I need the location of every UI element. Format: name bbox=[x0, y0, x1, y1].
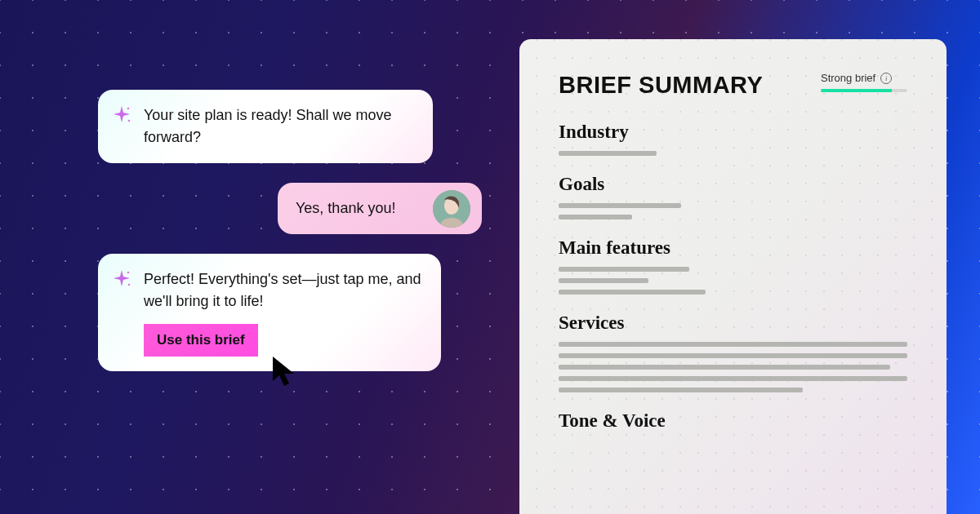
placeholder-line bbox=[559, 278, 648, 283]
svg-point-1 bbox=[128, 120, 131, 122]
ai-message-bubble: Your site plan is ready! Shall we move f… bbox=[98, 90, 433, 163]
panel-title: BRIEF SUMMARY bbox=[559, 72, 763, 99]
chat-thread: Your site plan is ready! Shall we move f… bbox=[98, 90, 482, 391]
ai-message-bubble: Perfect! Everything's set—just tap me, a… bbox=[98, 254, 441, 371]
placeholder-line bbox=[559, 388, 803, 392]
user-avatar bbox=[433, 190, 470, 228]
section-heading: Industry bbox=[559, 122, 907, 143]
brief-summary-panel: BRIEF SUMMARY Strong brief i Industry Go… bbox=[519, 39, 947, 514]
placeholder-line bbox=[559, 203, 681, 208]
sparkle-icon bbox=[111, 104, 132, 132]
section-industry: Industry bbox=[559, 122, 907, 156]
strength-bar bbox=[821, 89, 907, 92]
cursor-icon bbox=[270, 355, 301, 391]
user-message-bubble: Yes, thank you! bbox=[278, 183, 482, 234]
section-goals: Goals bbox=[559, 174, 907, 219]
strength-label: Strong brief bbox=[821, 72, 875, 84]
ai-message-text: Perfect! Everything's set—just tap me, a… bbox=[144, 271, 421, 309]
section-tone-voice: Tone & Voice bbox=[559, 410, 907, 432]
placeholder-line bbox=[559, 353, 907, 358]
user-message-text: Yes, thank you! bbox=[296, 200, 395, 216]
section-main-features: Main features bbox=[559, 237, 907, 295]
strength-bar-fill bbox=[821, 89, 892, 92]
placeholder-line bbox=[559, 290, 706, 295]
section-services: Services bbox=[559, 312, 907, 392]
brief-strength-indicator: Strong brief i bbox=[821, 72, 907, 92]
placeholder-line bbox=[559, 376, 907, 381]
section-heading: Goals bbox=[559, 174, 907, 195]
section-heading: Services bbox=[559, 312, 907, 334]
placeholder-line bbox=[559, 267, 689, 272]
placeholder-line bbox=[559, 365, 890, 370]
svg-point-5 bbox=[128, 284, 131, 286]
placeholder-line bbox=[559, 215, 632, 219]
section-heading: Main features bbox=[559, 237, 907, 259]
svg-point-4 bbox=[127, 272, 130, 274]
placeholder-line bbox=[559, 342, 907, 347]
section-heading: Tone & Voice bbox=[559, 410, 907, 432]
sparkle-icon bbox=[111, 268, 132, 296]
svg-point-0 bbox=[127, 108, 130, 110]
info-icon[interactable]: i bbox=[880, 73, 892, 84]
placeholder-line bbox=[559, 151, 657, 156]
ai-message-text: Your site plan is ready! Shall we move f… bbox=[144, 107, 392, 145]
use-this-brief-button[interactable]: Use this brief bbox=[144, 324, 258, 357]
